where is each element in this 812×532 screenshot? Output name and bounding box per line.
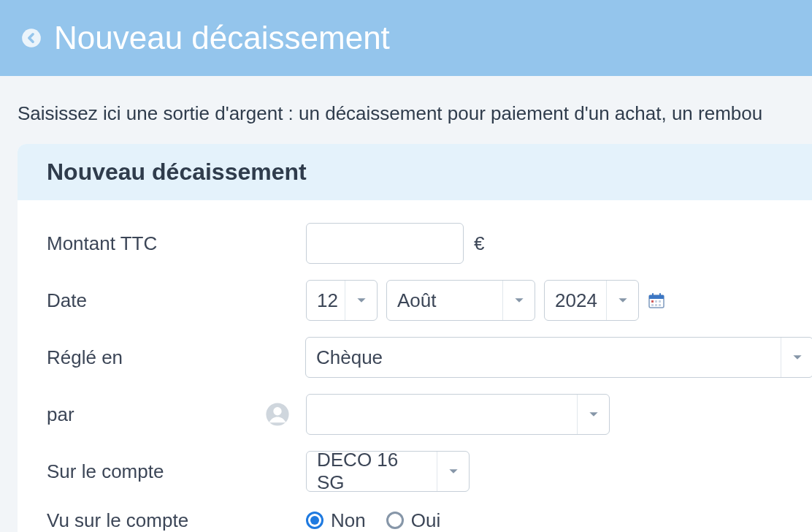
date-year-select[interactable]: 2024	[544, 280, 639, 321]
row-paid-in: Réglé en Chèque	[18, 329, 812, 386]
svg-rect-5	[651, 300, 654, 303]
back-icon[interactable]	[20, 27, 42, 49]
form-card: Nouveau décaissement Montant TTC € Date …	[18, 144, 812, 532]
paid-in-select[interactable]: Chèque	[305, 337, 812, 378]
calendar-icon[interactable]	[648, 292, 665, 309]
date-year-value: 2024	[555, 289, 597, 312]
card-header: Nouveau décaissement	[18, 144, 812, 200]
seen-radio-no-label: Non	[331, 509, 366, 532]
label-date: Date	[47, 289, 306, 312]
page-header: Nouveau décaissement	[0, 0, 812, 76]
form: Montant TTC € Date 12 Août 2024	[18, 200, 812, 532]
svg-rect-4	[659, 293, 661, 297]
seen-radio-yes[interactable]: Oui	[386, 509, 440, 532]
svg-rect-9	[655, 304, 657, 306]
svg-rect-6	[655, 300, 657, 303]
chevron-down-icon	[577, 395, 609, 434]
svg-rect-7	[659, 300, 661, 303]
svg-rect-8	[651, 304, 654, 306]
row-date: Date 12 Août 2024	[18, 272, 812, 329]
chevron-down-icon	[606, 281, 638, 320]
intro-text: Saisissez ici une sortie d'argent : un d…	[0, 76, 812, 144]
seen-radio-yes-label: Oui	[411, 509, 440, 532]
label-seen: Vu sur le compte	[47, 509, 306, 532]
person-icon	[265, 402, 290, 427]
label-by: par	[47, 403, 74, 426]
row-by: par	[18, 386, 812, 443]
account-select[interactable]: DECO 16 SG	[306, 451, 470, 492]
date-day-select[interactable]: 12	[306, 280, 378, 321]
account-value: DECO 16 SG	[317, 449, 431, 494]
chevron-down-icon	[781, 338, 812, 377]
seen-radio-group: Non Oui	[306, 509, 440, 532]
label-account: Sur le compte	[47, 460, 306, 483]
svg-point-0	[22, 28, 41, 48]
svg-rect-2	[649, 295, 664, 299]
row-account: Sur le compte DECO 16 SG	[18, 443, 812, 500]
svg-rect-10	[659, 304, 661, 306]
seen-radio-no[interactable]: Non	[306, 509, 366, 532]
date-month-value: Août	[397, 289, 437, 312]
amount-input[interactable]	[306, 223, 464, 264]
date-month-select[interactable]: Août	[386, 280, 535, 321]
svg-point-12	[273, 407, 281, 415]
label-paid-in: Réglé en	[47, 346, 305, 369]
row-amount: Montant TTC €	[18, 215, 812, 272]
date-day-value: 12	[317, 289, 338, 312]
paid-in-value: Chèque	[316, 346, 383, 369]
by-select[interactable]	[306, 394, 610, 435]
chevron-down-icon	[345, 281, 377, 320]
label-amount: Montant TTC	[47, 232, 306, 255]
page-title: Nouveau décaissement	[54, 20, 390, 56]
chevron-down-icon	[502, 281, 535, 320]
chevron-down-icon	[437, 452, 469, 491]
currency-symbol: €	[474, 232, 484, 255]
svg-rect-3	[652, 293, 654, 297]
card-title: Nouveau décaissement	[47, 159, 789, 186]
row-seen: Vu sur le compte Non Oui	[18, 500, 812, 532]
